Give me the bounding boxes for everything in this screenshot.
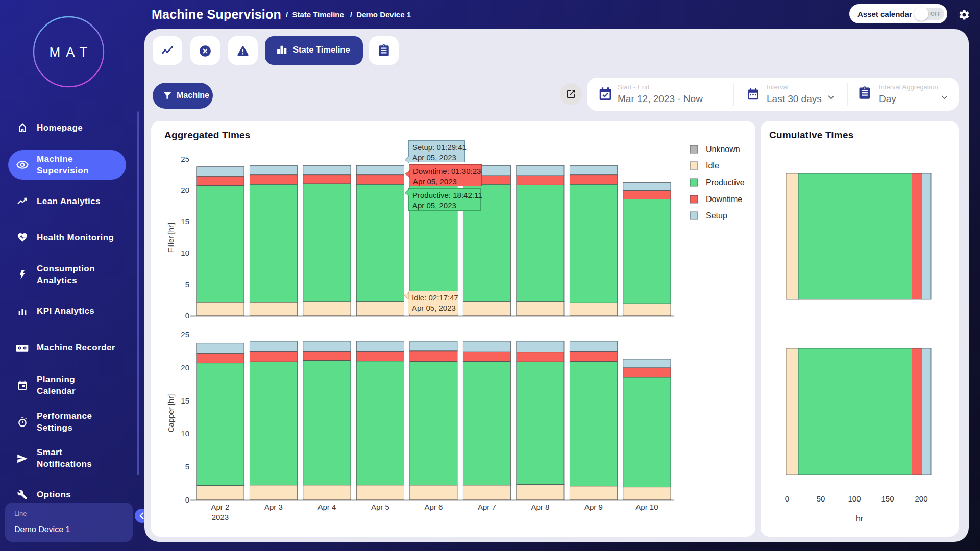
svg-text:Apr 5: Apr 5 [371, 503, 389, 511]
svg-text:10: 10 [181, 248, 189, 257]
svg-text:15: 15 [181, 217, 189, 226]
svg-text:Apr 8: Apr 8 [531, 503, 549, 511]
svg-text:15: 15 [181, 396, 189, 405]
svg-text:Apr 10: Apr 10 [635, 503, 658, 511]
svg-text:Apr 7: Apr 7 [478, 503, 496, 511]
svg-text:Apr 4: Apr 4 [317, 503, 336, 511]
svg-text:25: 25 [181, 330, 189, 339]
svg-text:Productive: Productive [706, 178, 745, 187]
svg-text:Apr 2: Apr 2 [211, 503, 229, 511]
svg-text:Setup: Setup [706, 211, 727, 220]
svg-text:hr: hr [856, 514, 864, 523]
svg-text:0: 0 [185, 495, 189, 504]
svg-text:100: 100 [848, 494, 861, 503]
svg-text:Apr 9: Apr 9 [584, 503, 603, 511]
svg-text:Idle: Idle [706, 161, 719, 170]
svg-text:Unknown: Unknown [706, 145, 740, 154]
svg-text:Downtime: Downtime [706, 195, 742, 204]
svg-text:50: 50 [817, 494, 825, 503]
svg-text:Apr 3: Apr 3 [264, 503, 283, 511]
svg-text:20: 20 [181, 186, 189, 194]
svg-text:5: 5 [185, 280, 189, 289]
svg-text:Filler [hr]: Filler [hr] [166, 223, 175, 253]
svg-text:0: 0 [185, 311, 189, 320]
svg-text:2023: 2023 [212, 513, 229, 521]
svg-text:20: 20 [181, 363, 189, 372]
svg-text:0: 0 [785, 494, 789, 503]
svg-text:150: 150 [881, 494, 894, 503]
svg-text:Capper [hr]: Capper [hr] [166, 394, 175, 432]
svg-text:Apr 6: Apr 6 [424, 503, 443, 511]
svg-text:10: 10 [181, 429, 189, 438]
svg-text:200: 200 [915, 494, 927, 503]
svg-text:25: 25 [181, 155, 189, 163]
svg-text:5: 5 [185, 462, 189, 471]
